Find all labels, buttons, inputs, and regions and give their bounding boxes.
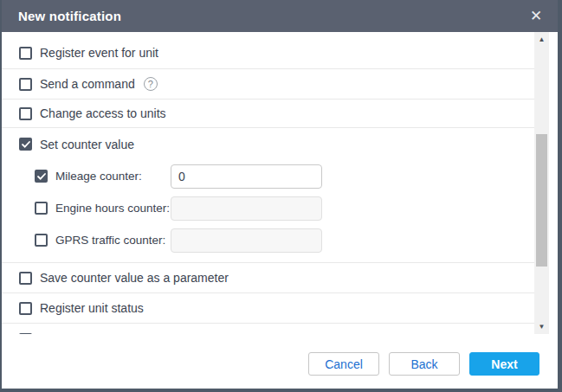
scroll-down-icon[interactable]: ▼ — [534, 319, 549, 334]
checkbox-set-counter[interactable] — [19, 138, 32, 151]
vertical-scrollbar[interactable]: ▲ ▼ — [534, 32, 549, 334]
gprs-traffic-label-group: GPRS traffic counter: — [35, 234, 171, 247]
help-icon[interactable]: ? — [144, 77, 158, 91]
list-item-change-access[interactable]: Change access to units — [2, 100, 534, 128]
checkbox-register-unit-status[interactable] — [19, 302, 32, 315]
close-icon[interactable]: ✕ — [526, 7, 546, 26]
back-button[interactable]: Back — [389, 352, 460, 376]
action-list-area: Register event for unit Send a command ?… — [2, 32, 558, 334]
checkmark-icon — [37, 173, 46, 180]
gprs-traffic-counter-input — [171, 228, 322, 253]
engine-hours-label-group: Engine hours counter: — [35, 202, 171, 215]
list-item-label: Register unit status — [40, 301, 144, 315]
list-item-save-counter-param[interactable]: Save counter value as a parameter — [2, 263, 534, 293]
mileage-counter-input[interactable] — [171, 164, 322, 189]
checkbox-engine-hours-counter[interactable] — [35, 202, 48, 215]
list-item-register-unit-status[interactable]: Register unit status — [2, 293, 534, 324]
mileage-counter-label: Mileage counter: — [55, 170, 142, 183]
engine-hours-counter-input — [171, 196, 322, 221]
action-list: Register event for unit Send a command ?… — [2, 32, 534, 334]
engine-hours-counter-row: Engine hours counter: — [2, 192, 534, 224]
scroll-up-icon[interactable]: ▲ — [534, 32, 549, 47]
cancel-button[interactable]: Cancel — [308, 352, 379, 376]
mileage-label-group: Mileage counter: — [35, 170, 171, 183]
dialog-titlebar: New notification ✕ — [2, 0, 558, 32]
list-item-label: Send a command — [40, 77, 135, 91]
list-item-add-remove-units[interactable]: Add or remove units from groups — [2, 324, 534, 334]
dialog-footer: Cancel Back Next — [2, 334, 558, 389]
new-notification-dialog: New notification ✕ Register event for un… — [0, 0, 562, 392]
checkbox-gprs-traffic-counter[interactable] — [35, 234, 48, 247]
list-item-label: Change access to units — [40, 106, 166, 120]
checkbox-send-command[interactable] — [19, 78, 32, 91]
checkmark-icon — [22, 141, 30, 148]
list-item-label: Set counter value — [40, 138, 134, 151]
list-item-set-counter[interactable]: Set counter value — [2, 128, 534, 160]
checkbox-save-counter-param[interactable] — [19, 272, 32, 285]
checkbox-mileage-counter[interactable] — [35, 170, 48, 183]
mileage-counter-row: Mileage counter: — [2, 160, 534, 192]
gprs-traffic-counter-row: GPRS traffic counter: — [2, 224, 534, 256]
engine-hours-counter-label: Engine hours counter: — [55, 202, 170, 215]
checkbox-register-event[interactable] — [19, 47, 32, 60]
list-item-label: Save counter value as a parameter — [40, 271, 229, 285]
next-button[interactable]: Next — [469, 352, 539, 376]
checkbox-change-access[interactable] — [19, 107, 32, 120]
set-counter-section: Set counter value Mileage counter: Engin — [2, 128, 534, 263]
dialog-title: New notification — [18, 9, 526, 23]
list-item-register-event[interactable]: Register event for unit — [2, 32, 534, 69]
gprs-traffic-counter-label: GPRS traffic counter: — [55, 234, 165, 247]
scrollbar-thumb[interactable] — [536, 134, 547, 267]
list-item-send-command[interactable]: Send a command ? — [2, 69, 534, 100]
list-item-label: Register event for unit — [40, 46, 158, 60]
